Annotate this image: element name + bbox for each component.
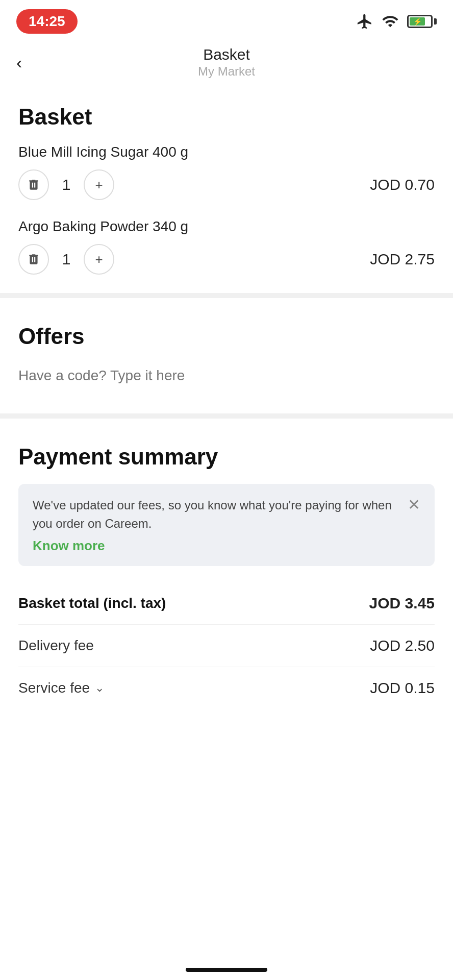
header-center: Basket My Market [198,46,255,79]
notice-close-button[interactable]: ✕ [408,496,420,512]
offers-heading: Offers [18,324,435,349]
divider-1 [0,293,453,298]
battery-bolt: ⚡ [413,17,422,26]
summary-row-basket-total: Basket total (incl. tax) JOD 3.45 [18,582,435,625]
delete-icon [27,253,40,266]
item-2-delete-button[interactable] [18,244,49,275]
basket-total-value: JOD 3.45 [369,595,435,612]
payment-section: Payment summary We've updated our fees, … [0,429,453,709]
item-1-delete-button[interactable] [18,169,49,200]
notice-text: We've updated our fees, so you know what… [33,496,399,533]
service-fee-value: JOD 0.15 [370,679,435,697]
delivery-fee-label: Delivery fee [18,638,94,654]
basket-item-2: Argo Baking Powder 340 g 1 + JOD 2.75 [18,218,435,275]
delete-icon [27,178,40,191]
item-1-controls: 1 + JOD 0.70 [18,169,435,200]
item-2-controls: 1 + JOD 2.75 [18,244,435,275]
status-time: 14:25 [16,9,78,34]
basket-item-1: Blue Mill Icing Sugar 400 g 1 + JOD 0.70 [18,144,435,200]
plus-icon: + [95,252,103,267]
header-title: Basket [198,46,255,63]
item-1-name: Blue Mill Icing Sugar 400 g [18,144,435,160]
payment-notice: We've updated our fees, so you know what… [18,484,435,566]
status-icons: ⚡ [356,13,437,30]
back-button[interactable]: ‹ [16,54,22,71]
offers-code-input[interactable] [18,363,435,388]
service-fee-label[interactable]: Service fee ⌄ [18,680,104,696]
summary-row-service: Service fee ⌄ JOD 0.15 [18,667,435,709]
item-2-price: JOD 2.75 [370,251,435,268]
item-2-qty: 1 [60,251,72,268]
payment-heading: Payment summary [18,444,435,470]
notice-text-wrap: We've updated our fees, so you know what… [33,496,399,554]
divider-2 [0,413,453,419]
basket-heading: Basket [18,104,435,130]
chevron-down-icon: ⌄ [95,681,104,695]
item-2-qty-row: 1 + [18,244,114,275]
home-indicator [186,968,267,972]
item-1-qty-row: 1 + [18,169,114,200]
item-1-qty: 1 [60,176,72,193]
status-bar: 14:25 ⚡ [0,0,453,40]
item-1-price: JOD 0.70 [370,176,435,193]
offers-section: Offers [0,308,453,403]
know-more-link[interactable]: Know more [33,538,399,554]
summary-row-delivery: Delivery fee JOD 2.50 [18,625,435,667]
basket-total-label: Basket total (incl. tax) [18,595,166,611]
airplane-icon [356,13,373,30]
service-fee-text: Service fee [18,680,90,696]
item-1-add-button[interactable]: + [84,169,114,200]
item-2-add-button[interactable]: + [84,244,114,275]
item-2-name: Argo Baking Powder 340 g [18,218,435,235]
battery-icon: ⚡ [407,15,437,28]
delivery-fee-value: JOD 2.50 [370,637,435,654]
header-subtitle: My Market [198,64,255,79]
plus-icon: + [95,177,103,193]
wifi-icon [381,13,400,30]
header: ‹ Basket My Market [0,40,453,89]
basket-section: Basket Blue Mill Icing Sugar 400 g 1 + J… [0,89,453,275]
